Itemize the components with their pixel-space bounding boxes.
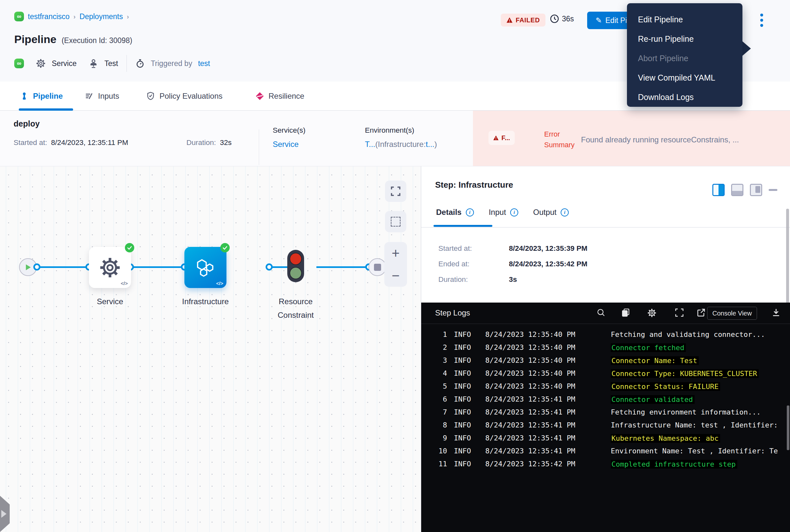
log-timestamp: 8/24/2023 12:35:41 PM <box>485 434 575 442</box>
execution-id: (Execution Id: 30098) <box>61 36 132 45</box>
menu-item-download-logs[interactable]: Download Logs <box>627 88 743 107</box>
breadcrumb-project[interactable]: testfrancisco <box>28 12 70 21</box>
log-row: 4INFO8/24/2023 12:35:40 PMConnector Type… <box>421 369 790 382</box>
expand-icon[interactable] <box>675 308 684 318</box>
log-line-number: 1 <box>431 330 447 339</box>
node-service[interactable]: </> <box>89 247 131 288</box>
zoom-controls: + − <box>384 242 407 287</box>
duration-label: Duration: <box>186 138 216 147</box>
success-check-icon <box>125 243 134 252</box>
layout-floating-panel-icon[interactable] <box>750 184 762 196</box>
triggered-by-user[interactable]: test <box>198 59 210 68</box>
tab-policy-evaluations[interactable]: Policy Evaluations <box>146 81 223 110</box>
layout-right-panel-icon[interactable] <box>712 184 725 196</box>
log-row: 3INFO8/24/2023 12:35:40 PMConnector Name… <box>421 356 790 369</box>
log-message: Infrastructure Name: test , Identifier: <box>611 421 778 429</box>
copy-icon[interactable] <box>621 308 631 318</box>
error-summary-message[interactable]: Found already running resourceConstrains… <box>581 135 790 144</box>
layout-bottom-panel-icon[interactable] <box>731 184 744 196</box>
zoom-out-button[interactable]: − <box>384 264 407 287</box>
log-timestamp: 8/24/2023 12:35:40 PM <box>485 382 575 390</box>
pipeline-icon <box>20 92 28 100</box>
pipeline-actions-menu: Edit PipelineRe-run PipelineAbort Pipeli… <box>627 3 743 107</box>
gear-icon <box>98 256 122 279</box>
breadcrumb-deployments[interactable]: Deployments <box>80 12 123 21</box>
log-line-number: 8 <box>431 421 447 429</box>
fullscreen-button[interactable] <box>385 180 406 202</box>
minimize-panel-icon[interactable] <box>769 189 777 191</box>
environments-value[interactable]: T...(Infrastructure:t...) <box>365 140 437 149</box>
error-summary-label: Error Summary <box>544 129 583 150</box>
log-level: INFO <box>454 434 471 442</box>
step-tab-output[interactable]: Outputi <box>533 208 569 217</box>
detail-field-label: Duration: <box>438 276 509 284</box>
active-tab-underline <box>19 109 73 111</box>
tab-pipeline-label: Pipeline <box>33 92 63 101</box>
external-link-icon[interactable] <box>696 308 706 318</box>
stop-icon <box>374 264 381 271</box>
log-timestamp: 8/24/2023 12:35:42 PM <box>485 460 575 468</box>
log-rows[interactable]: 1INFO8/24/2023 12:35:40 PMFetching and v… <box>421 330 790 473</box>
triggered-by-label: Triggered by <box>151 59 192 68</box>
step-tab-input[interactable]: Inputi <box>489 208 518 217</box>
node-infrastructure[interactable]: </> <box>185 247 227 288</box>
menu-item-abort-pipeline[interactable]: Abort Pipeline <box>627 49 743 68</box>
env-name-link[interactable]: T... <box>365 140 375 149</box>
services-value[interactable]: Service <box>273 140 298 149</box>
success-check-icon <box>220 243 230 252</box>
tab-inputs[interactable]: Inputs <box>85 81 119 110</box>
log-message: Connector validated <box>611 395 695 404</box>
info-icon[interactable]: i <box>561 208 569 216</box>
arrow-right-icon <box>1 510 6 518</box>
environment-name[interactable]: Test <box>104 59 118 68</box>
edge <box>130 266 185 268</box>
pipeline-graph-canvas[interactable]: </> </> Service Infrastructure Resource … <box>0 166 421 532</box>
log-line-number: 7 <box>431 408 447 416</box>
settings-gear-icon[interactable] <box>647 308 657 318</box>
env-infra-text: (Infrastructure: <box>375 140 426 149</box>
log-level: INFO <box>454 460 471 468</box>
tab-pipeline[interactable]: Pipeline <box>20 81 63 110</box>
log-line-number: 10 <box>431 447 447 455</box>
info-icon[interactable]: i <box>510 208 518 216</box>
zoom-in-button[interactable]: + <box>384 242 407 264</box>
step-tab-details[interactable]: Detailsi <box>436 208 474 217</box>
harness-logo-icon: ∞ <box>14 59 24 68</box>
log-line-number: 9 <box>431 434 447 442</box>
stage-summary-bar: deploy Started at: 8/24/2023, 12:35:11 P… <box>0 111 790 166</box>
search-icon[interactable] <box>596 308 606 318</box>
edge-connector <box>33 263 40 270</box>
log-line-number: 4 <box>431 369 447 377</box>
env-infra-link[interactable]: t... <box>426 140 435 149</box>
breadcrumb: ∞ testfrancisco › Deployments › <box>14 12 129 21</box>
code-glyph: </> <box>121 281 128 286</box>
marquee-select-button[interactable] <box>385 211 406 232</box>
failed-short-label: F... <box>501 134 510 142</box>
stage-name: deploy <box>14 119 40 129</box>
download-icon[interactable] <box>771 308 781 318</box>
log-scrollbar[interactable] <box>787 405 789 450</box>
log-level: INFO <box>454 421 471 429</box>
node-resource-constraint[interactable] <box>287 250 304 282</box>
traffic-light-red <box>290 253 302 265</box>
menu-item-re-run-pipeline[interactable]: Re-run Pipeline <box>627 29 743 49</box>
service-name[interactable]: Service <box>52 59 77 68</box>
log-line-number: 3 <box>431 356 447 364</box>
menu-item-edit-pipeline[interactable]: Edit Pipeline <box>627 10 743 29</box>
log-line-number: 6 <box>431 395 447 403</box>
log-row: 2INFO8/24/2023 12:35:40 PMConnector fetc… <box>421 343 790 356</box>
info-icon[interactable]: i <box>466 208 474 216</box>
console-view-button[interactable]: Console View <box>707 307 757 320</box>
log-row: 6INFO8/24/2023 12:35:41 PMConnector vali… <box>421 395 790 408</box>
log-message: Connector Name: Test <box>611 356 699 365</box>
tab-resilience[interactable]: Resilience <box>255 81 304 110</box>
started-at-value: 8/24/2023, 12:35:11 PM <box>51 138 129 147</box>
detail-field-label: Ended at: <box>438 260 509 268</box>
stage-collapse-flap[interactable] <box>0 496 10 532</box>
kebab-menu-icon[interactable] <box>760 14 764 27</box>
log-message: Fetching environment information... <box>611 408 761 416</box>
gear-icon <box>36 58 46 69</box>
hexagons-icon <box>194 256 217 279</box>
menu-item-view-compiled-yaml[interactable]: View Compiled YAML <box>627 68 743 88</box>
log-timestamp: 8/24/2023 12:35:40 PM <box>485 330 575 339</box>
